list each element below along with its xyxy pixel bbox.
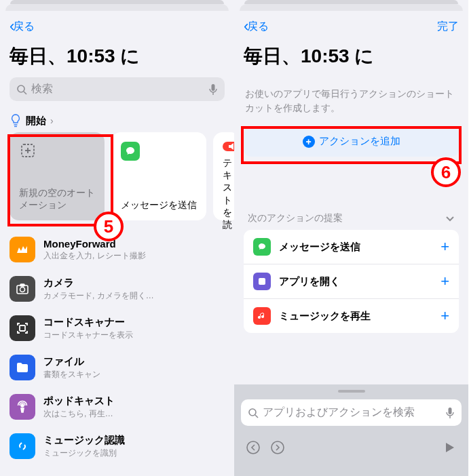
card-label: テキストを読み上げる — [223, 157, 231, 230]
svg-rect-2 — [212, 84, 215, 91]
card-row: 新規の空のオートメーション メッセージを送信 テキストを読み上げる — [0, 132, 234, 230]
section-label: 次のアクションの提案 — [248, 212, 343, 224]
app-row-codescanner[interactable]: コードスキャナー コードスキャナーを表示 — [0, 309, 234, 348]
suggestion-label: ミュージックを再生 — [279, 310, 432, 323]
keyboard-handle[interactable] — [338, 390, 365, 393]
play-button[interactable] — [437, 435, 462, 460]
keyboard-toolbar — [234, 433, 468, 462]
svg-point-12 — [21, 404, 24, 407]
mic-icon[interactable] — [445, 407, 455, 419]
chevron-right-icon: › — [50, 115, 54, 126]
app-title: コードスキャナー — [43, 316, 225, 329]
suggestion-play-music[interactable]: ミュージックを再生 + — [244, 299, 459, 333]
app-sub: 書類をスキャン — [43, 369, 225, 380]
suggestion-label: アプリを開く — [279, 275, 432, 288]
messages-icon — [121, 142, 140, 161]
nav-bar: ‹ 戻る 完了 — [234, 11, 468, 38]
left-screen: ‹ 戻る 毎日、10:53 に 検索 開始 › 新規の空のオートメーション — [0, 0, 234, 476]
svg-line-1 — [24, 92, 26, 94]
page-title: 毎日、10:53 に — [234, 38, 468, 77]
section-header[interactable]: 次のアクションの提案 — [234, 205, 468, 230]
podcast-icon — [10, 394, 35, 420]
app-title: カメラ — [43, 277, 225, 290]
app-sub: カメラモード, カメラを開く… — [43, 290, 225, 302]
svg-rect-10 — [20, 284, 24, 286]
keyboard-search-input[interactable]: アプリおよびアクションを検索 — [241, 399, 462, 426]
chevron-down-icon — [445, 213, 455, 224]
card-send-message[interactable]: メッセージを送信 — [111, 132, 206, 220]
suggestion-list: メッセージを送信 + アプリを開く + ミュージックを再生 + — [244, 230, 459, 333]
description-text: お使いのアプリで毎日行うアクションのショートカットを作成します。 — [234, 77, 468, 126]
back-label: 戻る — [13, 20, 35, 34]
card-new-automation[interactable]: 新規の空のオートメーション — [10, 132, 105, 220]
add-action-label: アクションを追加 — [319, 135, 400, 148]
app-row-shazam[interactable]: ミュージック認識 ミュージックを識別 — [0, 427, 234, 466]
nav-bar: ‹ 戻る — [0, 11, 234, 38]
svg-point-0 — [18, 85, 24, 92]
keyboard-area: アプリおよびアクションを検索 — [234, 384, 468, 476]
back-label: 戻る — [247, 20, 269, 34]
app-title: ファイル — [43, 355, 225, 368]
app-title: ポッドキャスト — [43, 395, 225, 408]
add-icon[interactable]: + — [440, 238, 449, 256]
suggestion-open-app[interactable]: アプリを開く + — [244, 264, 459, 299]
camera-icon — [10, 276, 35, 302]
shazam-icon — [10, 433, 35, 459]
add-icon[interactable]: + — [440, 273, 449, 290]
back-button[interactable]: ‹ 戻る — [244, 18, 269, 35]
page-title: 毎日、10:53 に — [0, 38, 234, 77]
app-sub: ミュージックを識別 — [43, 448, 225, 459]
app-row-podcast[interactable]: ポッドキャスト 次はこちら, 再生… — [0, 387, 234, 427]
app-title: ミュージック認識 — [43, 434, 225, 447]
app-row-moneyforward[interactable]: MoneyForward 入出金を入力, レシート撮影 — [0, 230, 234, 269]
begin-label: 開始 — [26, 115, 46, 127]
redo-button[interactable] — [265, 435, 290, 460]
card-label: 新規の空のオートメーション — [19, 186, 95, 211]
suggestion-send-message[interactable]: メッセージを送信 + — [244, 230, 459, 264]
undo-button[interactable] — [241, 435, 265, 460]
svg-rect-11 — [20, 325, 25, 331]
done-button[interactable]: 完了 — [437, 20, 459, 34]
new-automation-icon — [19, 142, 37, 159]
app-row-files[interactable]: ファイル 書類をスキャン — [0, 348, 234, 387]
app-title: MoneyForward — [43, 238, 225, 250]
add-icon[interactable]: + — [440, 307, 449, 325]
svg-point-14 — [249, 409, 256, 416]
begin-row[interactable]: 開始 › — [0, 108, 234, 132]
suggestion-label: メッセージを送信 — [279, 241, 432, 254]
back-button[interactable]: ‹ 戻る — [10, 18, 35, 35]
svg-point-17 — [247, 441, 259, 454]
right-screen: ‹ 戻る 完了 毎日、10:53 に お使いのアプリで毎日行うアクションのショー… — [234, 0, 468, 476]
music-icon — [253, 307, 271, 325]
search-placeholder: 検索 — [31, 82, 208, 96]
svg-rect-16 — [449, 408, 452, 414]
app-sub: コードスキャナーを表示 — [43, 330, 225, 341]
mic-icon[interactable] — [208, 83, 218, 96]
svg-point-18 — [271, 441, 284, 454]
app-list: MoneyForward 入出金を入力, レシート撮影 カメラ カメラモード, … — [0, 230, 234, 466]
card-speak-text[interactable]: テキストを読み上げる — [213, 132, 234, 220]
svg-rect-13 — [259, 278, 265, 285]
files-icon — [10, 355, 35, 380]
search-icon — [16, 84, 27, 95]
search-icon — [248, 408, 259, 418]
app-sub: 次はこちら, 再生… — [43, 408, 225, 420]
moneyforward-icon — [10, 237, 35, 262]
search-input[interactable]: 検索 — [10, 77, 225, 101]
add-action-button[interactable]: + アクションを追加 — [244, 126, 459, 157]
svg-line-15 — [255, 415, 258, 418]
plus-circle-icon: + — [303, 136, 315, 148]
keyboard-search-placeholder: アプリおよびアクションを検索 — [263, 405, 445, 420]
svg-point-9 — [20, 287, 25, 292]
codescanner-icon — [10, 315, 35, 341]
card-label: メッセージを送信 — [121, 199, 197, 211]
messages-icon — [253, 238, 271, 256]
lightbulb-icon — [10, 113, 22, 128]
app-sub: 入出金を入力, レシート撮影 — [43, 250, 225, 262]
open-app-icon — [253, 273, 271, 290]
speak-icon — [223, 142, 234, 151]
app-row-camera[interactable]: カメラ カメラモード, カメラを開く… — [0, 269, 234, 309]
